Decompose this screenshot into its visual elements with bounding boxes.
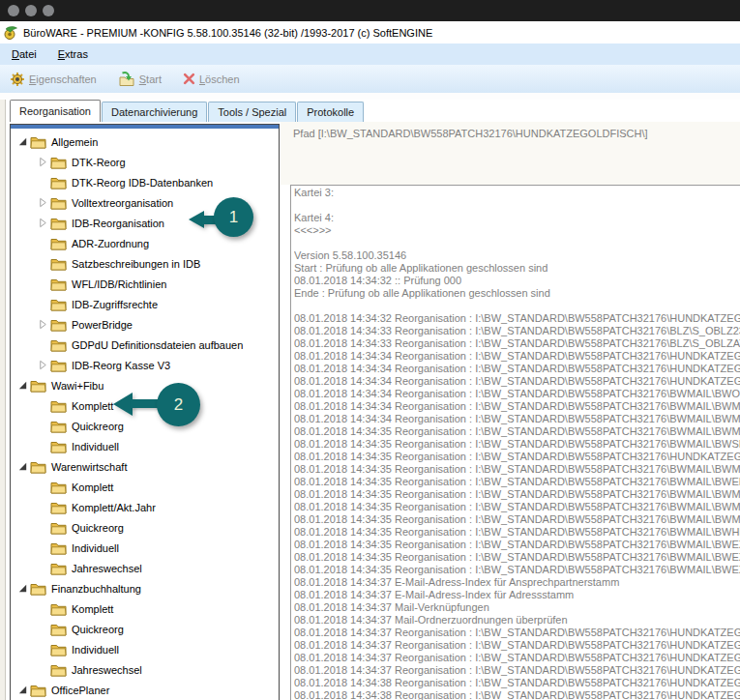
tree-item[interactable]: WFL/IDB/Richtlinien [11,274,279,294]
tree-item-label[interactable]: Jahreswechsel [72,563,142,574]
window-title: BüroWARE - PREMIUM -KONFIG 5.58.100.3514… [23,27,432,39]
collapse-toggle-icon[interactable] [17,685,30,695]
collapse-toggle-icon[interactable] [17,380,30,391]
tree-item-label[interactable]: Volltextreorganisation [72,197,173,209]
tree-item-label[interactable]: Komplett [72,400,113,412]
tree-item[interactable]: GDPdU Definitionsdateien aufbauen [11,335,279,355]
tree-item-label[interactable]: Quickreorg [72,522,124,534]
tree-item-label[interactable]: IDB-Reorg Kasse V3 [72,360,170,371]
tree-item-label[interactable]: Komplett [72,603,113,615]
folder-icon [50,277,67,291]
log-line: 08.01.2018 14:34:33 Reorganisation : I:\… [294,337,740,350]
app-window: BüroWARE - PREMIUM -KONFIG 5.58.100.3514… [0,0,740,700]
window-control-dot[interactable] [25,5,37,16]
tree-item[interactable]: Finanzbuchhaltung [11,578,279,598]
protocol-log-box[interactable]: Kartei 3: Kartei 4:<<<>>> Version 5.58.1… [290,185,740,700]
toggle-spacer [38,624,50,634]
tree-item-label[interactable]: Individuell [72,441,119,452]
tree-item[interactable]: IDB-Reorg Kasse V3 [11,355,279,375]
loeschen-button[interactable]: Löschen [179,71,244,87]
folder-icon [50,420,67,433]
tree-item[interactable]: Individuell [11,639,279,659]
log-line: 08.01.2018 14:34:35 Reorganisation : I:\… [294,526,740,539]
tree-item-label[interactable]: Jahreswechsel [72,664,142,676]
tree-item[interactable]: PowerBridge [11,314,279,335]
log-line: 08.01.2018 14:34:37 Reorganisation : I:\… [294,652,740,664]
tree-item[interactable]: Allgemein [11,131,279,152]
tab-datenarchivierung[interactable]: Datenarchivierung [102,102,207,122]
log-line: 08.01.2018 14:34:35 Reorganisation : I:\… [294,564,740,576]
tree-item[interactable]: DTK-Reorg [11,152,279,172]
eigenschaften-button[interactable]: Eigenschaften [6,70,101,89]
menu-item-extras[interactable]: Extras [48,45,98,63]
tree-item-label[interactable]: Komplett/Akt.Jahr [72,502,156,513]
log-line: 08.01.2018 14:34:35 Reorganisation : I:\… [294,501,740,513]
log-line: 08.01.2018 14:34:34 Reorganisation : I:\… [294,413,740,425]
tree-item-label[interactable]: WFL/IDB/Richtlinien [72,278,166,290]
tree-item-label[interactable]: OfficePlaner [51,685,109,696]
tree-item[interactable]: Wawi+Fibu [11,375,279,395]
tree-item[interactable]: Komplett/Akt.Jahr [11,497,279,517]
collapse-toggle-icon[interactable] [17,136,30,147]
collapse-toggle-icon[interactable] [17,461,30,472]
collapse-toggle-icon[interactable] [17,583,30,594]
toolbar: Eigenschaften Start Löschen [0,65,740,93]
tree-item-label[interactable]: Quickreorg [72,624,124,635]
menu-bar: Datei Extras [0,44,740,65]
tree-item[interactable]: Jahreswechsel [11,558,279,578]
tree-item[interactable]: DTK-Reorg IDB-Datenbanken [11,172,279,192]
tree-item[interactable]: IDB-Zugriffsrechte [11,294,279,314]
expand-toggle-icon[interactable] [38,157,50,167]
start-button[interactable]: Start [114,70,165,89]
tree-item-label[interactable]: Warenwirtschaft [51,461,127,473]
window-control-dot[interactable] [8,5,19,16]
tree-item[interactable]: Quickreorg [11,416,279,436]
tab-tools-spezial[interactable]: Tools / Spezial [208,102,296,122]
tree-item-label[interactable]: Quickreorg [72,421,124,432]
tree-item-label[interactable]: Finanzbuchhaltung [51,583,141,595]
tree-item-label[interactable]: GDPdU Definitionsdateien aufbauen [72,339,243,351]
app-icon [3,25,18,41]
tree-item-label[interactable]: Individuell [72,542,119,554]
menu-item-datei[interactable]: Datei [2,45,46,63]
expand-toggle-icon[interactable] [38,197,50,208]
tree-item-label[interactable]: PowerBridge [72,319,133,331]
toggle-spacer [38,542,50,553]
tree-item-label[interactable]: DTK-Reorg [72,157,126,168]
tree-item[interactable]: Warenwirtschaft [11,456,279,477]
window-control-dot[interactable] [43,5,54,16]
tree-item-label[interactable]: Individuell [72,644,119,656]
folder-icon [50,663,67,677]
log-line: 08.01.2018 14:34:34 Reorganisation : I:\… [294,388,740,400]
tree-item-label[interactable]: ADR-Zuordnung [72,238,149,249]
expand-toggle-icon[interactable] [38,319,50,330]
expand-toggle-icon[interactable] [38,360,50,370]
log-line: 08.01.2018 14:34:35 Reorganisation : I:\… [294,438,740,451]
toggle-spacer [38,563,50,573]
tab-protokolle[interactable]: Protokolle [297,102,364,122]
log-line: 08.01.2018 14:34:37 Mail-Ordnerzuordnung… [294,614,740,627]
tree-item-label[interactable]: IDB-Reorganisation [72,218,164,229]
tree-item[interactable]: Komplett [11,598,279,619]
tree-item[interactable]: Quickreorg [11,619,279,639]
tree-item-label[interactable]: Satzbeschreibungen in IDB [72,258,200,270]
folder-icon [50,257,67,271]
log-line: 08.01.2018 14:34:35 Reorganisation : I:\… [294,551,740,564]
log-line: Version 5.58.100.35146 [294,249,740,262]
folder-icon [30,379,46,393]
tree-item[interactable]: Individuell [11,436,279,456]
tree-item-label[interactable]: Komplett [72,481,113,493]
tree-item[interactable]: Individuell [11,538,279,558]
expand-toggle-icon[interactable] [38,218,50,228]
tree-item-label[interactable]: DTK-Reorg IDB-Datenbanken [72,177,213,189]
tab-reorganisation[interactable]: Reorganisation [10,100,101,122]
tree-item-label[interactable]: Allgemein [51,136,98,148]
tree-item[interactable]: Quickreorg [11,517,279,538]
tree-item-label[interactable]: Wawi+Fibu [51,380,104,392]
log-line: 08.01.2018 14:34:37 E-Mail-Adress-Index … [294,576,740,589]
tree-item-label[interactable]: IDB-Zugriffsrechte [72,299,158,310]
tree-item[interactable]: Komplett [11,477,279,497]
tree-item[interactable]: Jahreswechsel [11,659,279,680]
tree-item[interactable]: OfficePlaner [11,680,279,700]
tree-item[interactable]: Satzbeschreibungen in IDB [11,253,279,274]
